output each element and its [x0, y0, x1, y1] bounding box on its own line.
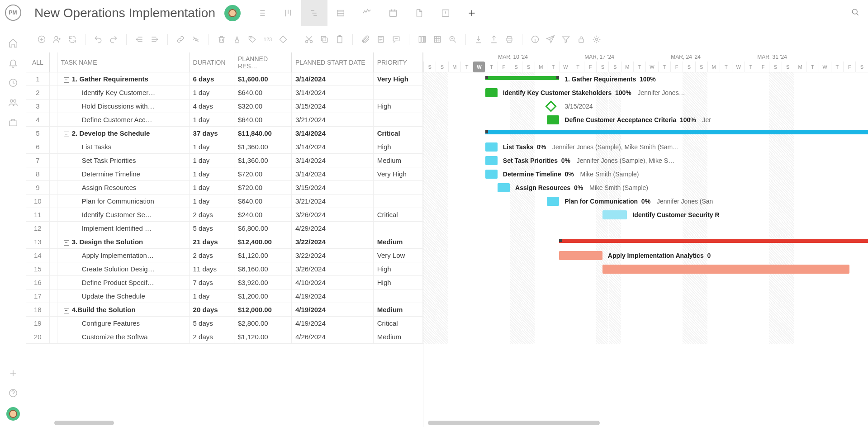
table-row[interactable]: 20Customize the Softwa2 days$1,120.004/2… — [26, 330, 423, 344]
col-header-duration[interactable]: DURATION — [190, 52, 234, 72]
gantt-row[interactable]: Identify Customer Security R — [423, 208, 868, 222]
gantt-row[interactable] — [423, 235, 868, 249]
gantt-task-bar[interactable] — [485, 156, 498, 165]
table-row[interactable]: 9Assign Resources1 day$720.003/15/2024 — [26, 181, 423, 195]
note-icon[interactable] — [374, 32, 388, 47]
col-header-index[interactable]: ALL — [26, 52, 50, 72]
copy-icon[interactable] — [317, 32, 332, 47]
refresh-icon[interactable] — [65, 32, 80, 47]
export-icon[interactable] — [487, 32, 501, 47]
gantt-row[interactable]: Set Task Priorities 0% Jennifer Jones (S… — [423, 154, 868, 167]
table-row[interactable]: 13−3. Design the Solution21 days$12,400.… — [26, 235, 423, 249]
table-row[interactable]: 11Identify Customer Se…2 days$240.003/26… — [26, 208, 423, 222]
indent-icon[interactable] — [147, 32, 162, 47]
table-row[interactable]: 10Plan for Communication1 day$640.003/21… — [26, 195, 423, 208]
gantt-task-bar[interactable] — [485, 88, 498, 97]
table-row[interactable]: 17Update the Schedule1 day$1,200.004/19/… — [26, 289, 423, 303]
col-header-cost[interactable]: PLANNED RES… — [234, 52, 292, 72]
collapse-toggle[interactable]: − — [64, 240, 69, 246]
view-file-icon[interactable] — [406, 0, 432, 26]
col-header-start[interactable]: PLANNED START DATE — [292, 52, 374, 72]
briefcase-icon[interactable] — [5, 114, 22, 131]
gantt-summary-bar[interactable] — [485, 76, 560, 80]
diamond-icon[interactable] — [276, 32, 290, 47]
search-icon[interactable] — [851, 8, 860, 19]
import-icon[interactable] — [471, 32, 486, 47]
gantt-task-bar[interactable] — [602, 210, 627, 219]
undo-icon[interactable] — [91, 32, 105, 47]
gantt-task-bar[interactable] — [547, 115, 559, 124]
table-row[interactable]: 19Configure Features5 days$2,800.004/19/… — [26, 317, 423, 330]
table-row[interactable]: 1−1. Gather Requirements6 days$1,600.003… — [26, 72, 423, 86]
table-row[interactable]: 3Hold Discussions with…4 days$320.003/15… — [26, 100, 423, 113]
table-row[interactable]: 6List Tasks1 day$1,360.003/14/2024High — [26, 140, 423, 154]
gantt-row[interactable]: Apply Implementation Analytics 0 — [423, 249, 868, 262]
help-icon[interactable] — [5, 384, 22, 402]
gantt-row[interactable]: 3/15/2024 — [423, 100, 868, 113]
gantt-row[interactable]: Assign Resources 0% Mike Smith (Sample) — [423, 181, 868, 195]
gantt-row[interactable]: Plan for Communication 0% Jennifer Jones… — [423, 195, 868, 208]
gantt-milestone[interactable] — [545, 100, 556, 112]
print-icon[interactable] — [502, 32, 517, 47]
gantt-row[interactable]: Identify Key Customer Stakeholders 100% … — [423, 86, 868, 100]
view-list-icon[interactable] — [249, 0, 275, 26]
collapse-toggle[interactable]: − — [64, 308, 69, 313]
gantt-task-bar[interactable] — [498, 183, 510, 192]
unlink-icon[interactable] — [189, 32, 203, 47]
gantt-summary-bar[interactable] — [559, 239, 868, 243]
bell-icon[interactable] — [5, 54, 22, 71]
app-logo[interactable]: PM — [5, 5, 21, 21]
table-row[interactable]: 18−4.Build the Solution20 days$12,000.00… — [26, 303, 423, 317]
collapse-toggle[interactable]: − — [64, 77, 69, 83]
gantt-task-bar[interactable] — [559, 251, 602, 260]
view-calendar-icon[interactable] — [380, 0, 406, 26]
gantt-row[interactable] — [423, 222, 868, 235]
view-board-icon[interactable] — [275, 0, 301, 26]
table-row[interactable]: 5−2. Develop the Schedule37 days$11,840.… — [26, 127, 423, 140]
columns-icon[interactable] — [415, 32, 429, 47]
gantt-hscroll[interactable] — [428, 421, 600, 425]
link-icon[interactable] — [173, 32, 188, 47]
table-row[interactable]: 4Define Customer Acc…1 day$640.003/21/20… — [26, 113, 423, 127]
gantt-task-bar[interactable] — [602, 265, 849, 274]
text-color-icon[interactable] — [230, 32, 244, 47]
gantt-row[interactable] — [423, 262, 868, 276]
collapse-toggle[interactable]: − — [64, 132, 69, 137]
gantt-task-bar[interactable] — [485, 170, 498, 179]
table-row[interactable]: 8Determine Timeline1 day$720.003/14/2024… — [26, 167, 423, 181]
comment-icon[interactable] — [389, 32, 403, 47]
table-row[interactable]: 7Set Task Priorities1 day$1,360.003/14/2… — [26, 154, 423, 167]
gantt-row[interactable]: Determine Timeline 0% Mike Smith (Sample… — [423, 167, 868, 181]
table-row[interactable]: 16Define Product Specif…7 days$3,920.004… — [26, 276, 423, 289]
grid-icon[interactable] — [430, 32, 445, 47]
col-header-priority[interactable]: PRIORITY — [374, 52, 423, 72]
lock-icon[interactable] — [574, 32, 588, 47]
gantt-row[interactable] — [423, 303, 868, 317]
tag-icon[interactable] — [245, 32, 260, 47]
add-nav-icon[interactable] — [5, 365, 22, 382]
view-workload-icon[interactable] — [354, 0, 380, 26]
attach-icon[interactable] — [358, 32, 373, 47]
view-add-icon[interactable] — [459, 0, 485, 26]
numbers-icon[interactable]: 123 — [261, 32, 275, 47]
filter-icon[interactable] — [559, 32, 573, 47]
user-avatar[interactable] — [6, 407, 20, 421]
gantt-row[interactable] — [423, 317, 868, 330]
add-icon[interactable] — [34, 32, 49, 47]
table-row[interactable]: 12Implement Identified …5 days$6,800.004… — [26, 222, 423, 235]
gantt-task-bar[interactable] — [547, 197, 559, 206]
outdent-icon[interactable] — [132, 32, 147, 47]
clock-icon[interactable] — [5, 74, 22, 91]
view-gantt-icon[interactable] — [301, 0, 327, 26]
view-risk-icon[interactable] — [432, 0, 459, 26]
cut-icon[interactable] — [302, 32, 316, 47]
view-sheet-icon[interactable] — [327, 0, 354, 26]
gantt-row[interactable]: List Tasks 0% Jennifer Jones (Sample), M… — [423, 140, 868, 154]
settings-icon[interactable] — [589, 32, 604, 47]
assign-icon[interactable] — [50, 32, 64, 47]
col-header-name[interactable]: TASK NAME — [57, 52, 190, 72]
gantt-row[interactable]: 1. Gather Requirements 100% — [423, 72, 868, 86]
info-icon[interactable] — [528, 32, 542, 47]
zoom-icon[interactable] — [446, 32, 460, 47]
table-row[interactable]: 14Apply Implementation…2 days$1,120.003/… — [26, 249, 423, 262]
